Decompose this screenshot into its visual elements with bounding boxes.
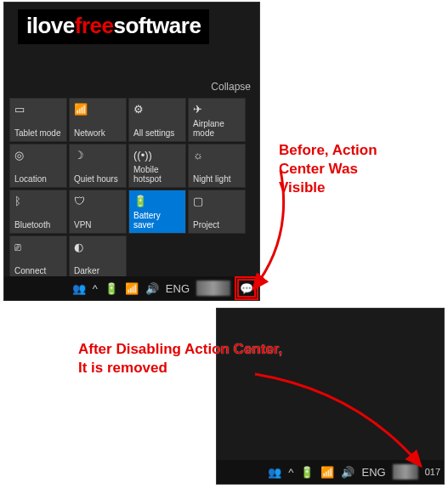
tile-label: Tablet mode [14,128,62,138]
tile-label: Network [74,128,122,138]
connect-icon: ⎚ [14,241,21,253]
logo-part3: software [113,13,201,38]
night-light-icon: ☼ [193,149,203,162]
site-logo: ilovefreesoftware [18,9,209,44]
vpn-icon: 🛡 [74,195,85,207]
tile-vpn[interactable]: 🛡VPN [69,190,127,234]
wifi-icon[interactable]: 📶 [125,282,139,295]
tile-mobile-hotspot[interactable]: ((•))Mobile hotspot [128,144,186,188]
tile-label: Darker [74,266,122,275]
tile-label: Mobile hotspot [133,165,181,184]
people-icon[interactable]: 👥 [72,282,86,295]
tile-label: Quiet hours [74,174,122,184]
tile-project[interactable]: ▢Project [188,190,246,234]
quiet-hours-icon: ☽ [74,149,84,162]
airplane-mode-icon: ✈ [193,103,202,116]
action-center-panel: ilovefreesoftware Collapse ▭Tablet mode📶… [3,2,260,301]
tile-darker[interactable]: ◐Darker [69,235,127,280]
tile-label: All settings [133,128,181,138]
language-indicator[interactable]: ENG [166,282,190,295]
tile-label: Airplane mode [193,119,241,138]
mobile-hotspot-icon: ((•)) [133,149,152,162]
tile-quiet-hours[interactable]: ☽Quiet hours [69,144,127,188]
volume-icon[interactable]: 🔊 [145,282,159,295]
tile-night-light[interactable]: ☼Night light [188,144,246,188]
tile-location[interactable]: ◎Location [9,144,67,188]
tablet-mode-icon: ▭ [14,103,25,116]
tile-battery-saver[interactable]: 🔋Battery saver [128,190,186,234]
tile-label: Battery saver [133,211,181,230]
tray-chevron-icon[interactable]: ^ [93,282,98,295]
arrow-before [247,170,298,298]
tile-connect[interactable]: ⎚Connect [9,235,67,280]
location-icon: ◎ [14,149,24,162]
battery-icon[interactable]: 🔋 [105,282,118,295]
tile-label: VPN [74,220,122,230]
bluetooth-icon: ᛒ [14,195,21,207]
network-icon: 📶 [74,103,88,116]
clock-blurred [196,281,230,296]
tile-network[interactable]: 📶Network [69,98,127,142]
tile-label: Night light [193,174,241,184]
collapse-link[interactable]: Collapse [211,81,251,93]
project-icon: ▢ [193,195,203,207]
tile-label: Bluetooth [14,220,62,230]
arrow-after [255,374,442,476]
tile-label: Project [193,220,241,230]
battery-saver-icon: 🔋 [133,195,147,207]
logo-part2: free [75,13,114,38]
tile-label: Location [14,174,62,184]
quick-actions-grid: ▭Tablet mode📶Network⚙All settings✈Airpla… [9,98,246,280]
tile-all-settings[interactable]: ⚙All settings [128,98,186,142]
tile-airplane-mode[interactable]: ✈Airplane mode [188,98,246,142]
tile-label: Connect [14,266,62,275]
tile-tablet-mode[interactable]: ▭Tablet mode [9,98,67,142]
taskbar-before: 👥 ^ 🔋 📶 🔊 ENG 💬 [4,276,259,300]
all-settings-icon: ⚙ [133,103,144,116]
tile-bluetooth[interactable]: ᛒBluetooth [9,190,67,234]
darker-icon: ◐ [74,241,83,253]
logo-part1: ilove [26,13,75,38]
annotation-after: After Disabling Action Center, It is rem… [78,340,282,377]
